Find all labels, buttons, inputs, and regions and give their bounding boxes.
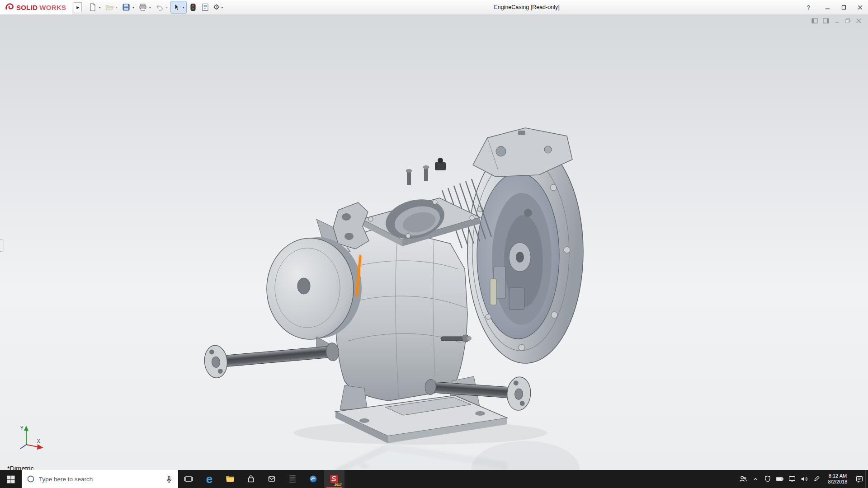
blue-app-icon	[308, 474, 319, 484]
dropdown-caret-icon[interactable]: ▾	[165, 5, 169, 9]
taskbar-app-solidworks[interactable]: 2017	[324, 470, 344, 488]
minimize-icon	[825, 5, 830, 10]
system-tray: 8:12 AM 8/2/2018	[737, 470, 868, 488]
start-button[interactable]	[0, 470, 22, 488]
cortana-circle-icon	[26, 474, 35, 483]
mail-envelope-icon	[266, 474, 277, 484]
defender-button[interactable]	[761, 470, 774, 488]
taskbar-app-blue[interactable]	[303, 470, 324, 488]
task-view-button[interactable]	[178, 470, 199, 488]
dropdown-caret-icon[interactable]: ▾	[131, 5, 135, 9]
file-properties-icon	[201, 3, 210, 12]
battery-button[interactable]	[774, 470, 786, 488]
new-document-button[interactable]: ▾	[87, 1, 103, 13]
maximize-icon	[841, 5, 846, 10]
titlebar: SOLIDWORKS ▶ ▾ ▾ ▾	[0, 0, 868, 15]
triad-y-label: Y	[20, 426, 24, 431]
triad-x-label: X	[37, 439, 40, 444]
battery-icon	[775, 474, 785, 484]
maximize-button[interactable]	[835, 0, 852, 15]
clock[interactable]: 8:12 AM 8/2/2018	[822, 473, 853, 485]
child-restore-icon	[845, 18, 851, 23]
pen-button[interactable]	[810, 470, 822, 488]
volume-button[interactable]	[798, 470, 810, 488]
taskbar-app-file-explorer[interactable]	[220, 470, 241, 488]
help-button[interactable]: ?	[807, 4, 810, 11]
taskbar-app-dark[interactable]	[282, 470, 303, 488]
people-button[interactable]	[737, 470, 749, 488]
dropdown-caret-icon[interactable]: ▾	[148, 5, 152, 9]
quick-access-toolbar: ▾ ▾ ▾ ▾	[87, 1, 225, 13]
dock-pane-right-icon	[823, 18, 829, 23]
housing-reflection-hint	[471, 441, 580, 470]
rebuild-button[interactable]	[188, 1, 198, 13]
brand-text-solid: SOLID	[16, 4, 38, 11]
network-icon	[787, 474, 797, 484]
shield-icon	[763, 474, 772, 483]
dock-pane-left-icon	[811, 18, 818, 23]
taskbar-search[interactable]	[22, 470, 178, 488]
undo-icon	[155, 3, 164, 12]
select-cursor-icon	[172, 3, 181, 12]
taskbar-app-store[interactable]	[241, 470, 261, 488]
child-restore-button[interactable]	[845, 18, 851, 23]
dropdown-caret-icon[interactable]: ▾	[220, 5, 224, 9]
close-icon	[858, 5, 863, 10]
solidworks-logo: SOLIDWORKS	[0, 0, 72, 14]
taskbar-app-edge[interactable]: e	[199, 470, 220, 488]
titlebar-controls: ?	[807, 0, 868, 14]
child-minimize-icon	[834, 18, 840, 23]
show-desktop-button[interactable]	[865, 470, 868, 488]
child-close-icon	[856, 18, 862, 23]
dropdown-caret-icon[interactable]: ▾	[181, 5, 185, 9]
orientation-triad[interactable]: Y X	[8, 424, 44, 451]
model-engine-casing[interactable]	[0, 15, 868, 470]
child-close-button[interactable]	[856, 18, 862, 23]
microphone-icon[interactable]	[165, 474, 174, 483]
solidworks-version-badge: 2017	[335, 483, 342, 486]
menu-flyout-button[interactable]: ▶	[74, 2, 82, 12]
people-icon	[738, 474, 748, 484]
triad-x-axis	[26, 445, 38, 447]
pen-icon	[812, 474, 821, 483]
triad-z-axis	[20, 445, 26, 449]
save-button[interactable]: ▾	[121, 1, 136, 13]
options-button[interactable]: ⚙ ▾	[212, 1, 225, 13]
taskbar-app-mail[interactable]	[261, 470, 282, 488]
file-properties-button[interactable]	[200, 1, 211, 13]
left-panel-flyout-handle[interactable]	[0, 239, 4, 252]
dropdown-caret-icon[interactable]: ▾	[114, 5, 118, 9]
graphics-area[interactable]: Y X *Dimetric	[0, 15, 868, 470]
store-bag-icon	[245, 474, 256, 484]
brand-text-works: WORKS	[39, 4, 66, 11]
dock-pane-right-button[interactable]	[823, 18, 829, 23]
print-button[interactable]: ▾	[137, 1, 153, 13]
network-button[interactable]	[786, 470, 798, 488]
minimize-button[interactable]	[819, 0, 835, 15]
windows-logo-icon	[6, 474, 16, 484]
search-input[interactable]	[39, 476, 161, 483]
new-document-icon	[88, 3, 97, 12]
action-center-icon	[854, 474, 864, 484]
dassault-swirl-icon	[5, 2, 14, 12]
open-button[interactable]: ▾	[104, 1, 119, 13]
chevron-up-icon	[751, 474, 760, 483]
document-window-controls	[811, 18, 862, 23]
child-minimize-button[interactable]	[834, 18, 840, 23]
save-floppy-icon	[122, 3, 131, 12]
flyout-arrow-icon: ▶	[76, 5, 79, 9]
dock-pane-left-button[interactable]	[811, 18, 818, 23]
flywheel-disc[interactable]	[267, 237, 362, 339]
triad-x-arrowhead	[37, 444, 43, 450]
undo-button[interactable]: ▾	[154, 1, 170, 13]
top-studs[interactable]	[406, 158, 446, 185]
clock-date: 8/2/2018	[822, 479, 853, 485]
action-center-button[interactable]	[853, 470, 865, 488]
dropdown-caret-icon[interactable]: ▾	[98, 5, 102, 9]
file-explorer-folder-icon	[225, 474, 236, 484]
close-button[interactable]	[852, 0, 868, 15]
select-tool-button[interactable]: ▾	[171, 1, 186, 13]
tray-overflow-button[interactable]	[749, 470, 761, 488]
gear-icon: ⚙	[213, 4, 219, 11]
dark-app-icon	[287, 474, 298, 484]
